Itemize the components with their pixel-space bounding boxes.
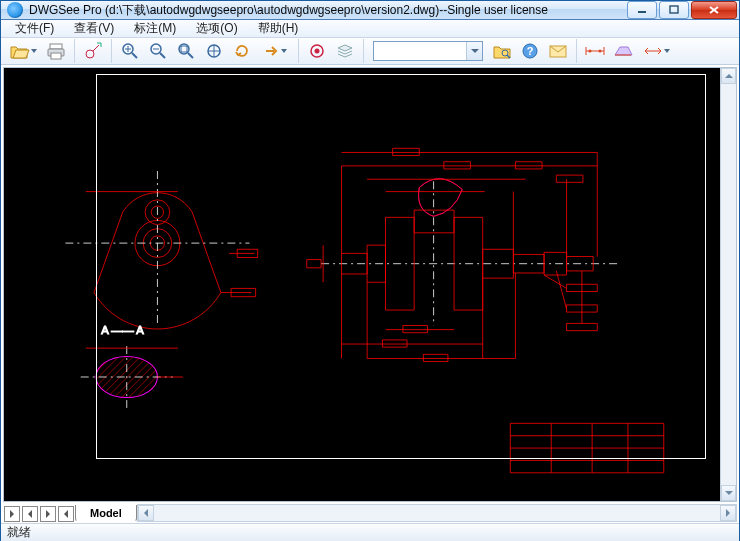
svg-rect-18	[181, 46, 187, 52]
menu-view[interactable]: 查看(V)	[64, 20, 124, 37]
titlebar[interactable]: DWGSee Pro (d:\下载\autodwgdwgseepro\autod…	[1, 1, 739, 20]
layers-button[interactable]	[332, 38, 358, 64]
zoom-extents-button[interactable]	[201, 38, 227, 64]
scroll-track[interactable]	[154, 505, 720, 521]
menu-help[interactable]: 帮助(H)	[248, 20, 309, 37]
zoom-out-button[interactable]	[145, 38, 171, 64]
menu-options[interactable]: 选项(O)	[186, 20, 247, 37]
zoom-window-button[interactable]	[173, 38, 199, 64]
close-icon	[708, 5, 720, 15]
tab-scroll-row: Model	[3, 504, 737, 522]
svg-point-7	[86, 50, 94, 58]
refresh-icon	[233, 42, 251, 60]
chevron-down-icon	[664, 43, 670, 59]
svg-point-23	[315, 49, 320, 54]
measure-button[interactable]	[80, 38, 106, 64]
zoom-in-button[interactable]	[117, 38, 143, 64]
printer-icon	[46, 41, 66, 61]
prev-icon	[26, 510, 34, 518]
window-title: DWGSee Pro (d:\下载\autodwgdwgseepro\autod…	[29, 2, 627, 19]
window-controls	[627, 1, 737, 19]
svg-line-17	[188, 53, 193, 58]
maximize-button[interactable]	[659, 1, 689, 19]
separator	[576, 39, 577, 63]
drawing-canvas[interactable]: A —— A	[4, 68, 720, 501]
distance-button[interactable]	[638, 38, 674, 64]
menubar: 文件(F) 查看(V) 标注(M) 选项(O) 帮助(H)	[1, 20, 739, 38]
arrow-right-icon	[263, 42, 281, 60]
svg-point-33	[599, 50, 602, 53]
menu-file[interactable]: 文件(F)	[5, 20, 64, 37]
svg-point-32	[589, 50, 592, 53]
zoom-out-icon	[149, 42, 167, 60]
next-icon	[44, 510, 52, 518]
work-area: A —— A	[1, 65, 739, 523]
sheet-tabs: Model	[3, 504, 137, 522]
open-button[interactable]	[5, 38, 41, 64]
measure-icon	[83, 41, 103, 61]
svg-line-10	[132, 53, 137, 58]
folder-search-icon	[492, 41, 512, 61]
area-icon	[612, 43, 634, 59]
menu-markup[interactable]: 标注(M)	[124, 20, 186, 37]
dimension-button[interactable]	[582, 38, 608, 64]
scroll-left-button[interactable]	[138, 505, 154, 521]
area-button[interactable]	[610, 38, 636, 64]
tab-prev-button[interactable]	[22, 506, 38, 522]
chevron-up-icon	[725, 72, 733, 80]
svg-rect-1	[670, 6, 678, 13]
chevron-down-icon	[31, 41, 37, 61]
svg-rect-4	[50, 44, 62, 49]
minimize-button[interactable]	[627, 1, 657, 19]
dimension-icon	[584, 43, 606, 59]
first-icon	[8, 510, 16, 518]
chevron-down-icon	[281, 42, 287, 60]
forward-button[interactable]	[257, 38, 293, 64]
svg-rect-6	[51, 53, 61, 59]
app-icon	[7, 2, 23, 18]
svg-line-8	[93, 45, 99, 51]
layer-combobox[interactable]	[373, 41, 483, 61]
chevron-left-icon	[142, 509, 150, 517]
layers-icon	[336, 42, 354, 60]
tab-next-button[interactable]	[40, 506, 56, 522]
separator	[298, 39, 299, 63]
chevron-right-icon	[724, 509, 732, 517]
separator	[111, 39, 112, 63]
statusbar: 就绪	[1, 523, 739, 541]
help-icon: ?	[521, 42, 539, 60]
minimize-icon	[637, 5, 647, 15]
scroll-right-button[interactable]	[720, 505, 736, 521]
maximize-icon	[669, 5, 679, 15]
status-text: 就绪	[7, 524, 31, 541]
target-button[interactable]	[304, 38, 330, 64]
canvas-container: A —— A	[3, 67, 737, 502]
app-window: DWGSee Pro (d:\下载\autodwgdwgseepro\autod…	[0, 0, 740, 541]
drawing-frame	[96, 74, 706, 459]
tab-last-button[interactable]	[58, 506, 74, 522]
svg-line-14	[160, 53, 165, 58]
chevron-down-icon[interactable]	[466, 42, 482, 60]
last-icon	[62, 510, 70, 518]
scroll-down-button[interactable]	[721, 485, 736, 501]
browse-button[interactable]	[489, 38, 515, 64]
separator	[363, 39, 364, 63]
close-button[interactable]	[691, 1, 737, 19]
target-icon	[308, 42, 326, 60]
regenerate-button[interactable]	[229, 38, 255, 64]
distance-icon	[642, 43, 664, 59]
separator	[74, 39, 75, 63]
scroll-track[interactable]	[721, 84, 736, 485]
mail-button[interactable]	[545, 38, 571, 64]
zoom-in-icon	[121, 42, 139, 60]
scroll-up-button[interactable]	[721, 68, 736, 84]
folder-open-icon	[9, 41, 31, 61]
vertical-scrollbar[interactable]	[720, 68, 736, 501]
print-button[interactable]	[43, 38, 69, 64]
help-button[interactable]: ?	[517, 38, 543, 64]
tab-model[interactable]: Model	[75, 505, 137, 522]
zoom-extents-icon	[205, 42, 223, 60]
horizontal-scrollbar[interactable]	[137, 504, 737, 522]
tab-first-button[interactable]	[4, 506, 20, 522]
mail-icon	[548, 42, 568, 60]
